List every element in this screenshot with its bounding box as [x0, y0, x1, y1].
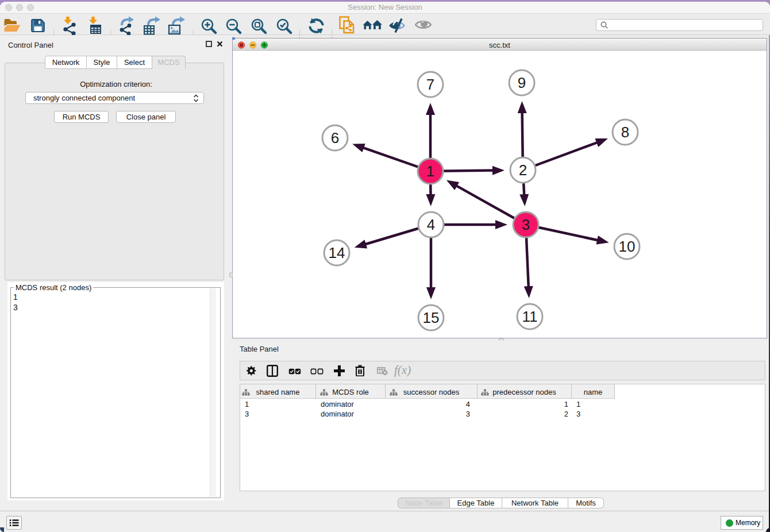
svg-text:1: 1 [426, 163, 434, 180]
svg-text:4: 4 [427, 216, 435, 233]
svg-text:2: 2 [519, 161, 527, 179]
svg-text:11: 11 [522, 308, 538, 325]
svg-text:6: 6 [331, 129, 339, 147]
svg-text:14: 14 [329, 244, 345, 261]
svg-text:10: 10 [619, 238, 636, 255]
svg-text:7: 7 [426, 76, 434, 93]
svg-text:15: 15 [423, 309, 440, 326]
svg-text:3: 3 [522, 216, 530, 233]
svg-text:9: 9 [518, 74, 526, 91]
svg-text:8: 8 [621, 124, 629, 141]
